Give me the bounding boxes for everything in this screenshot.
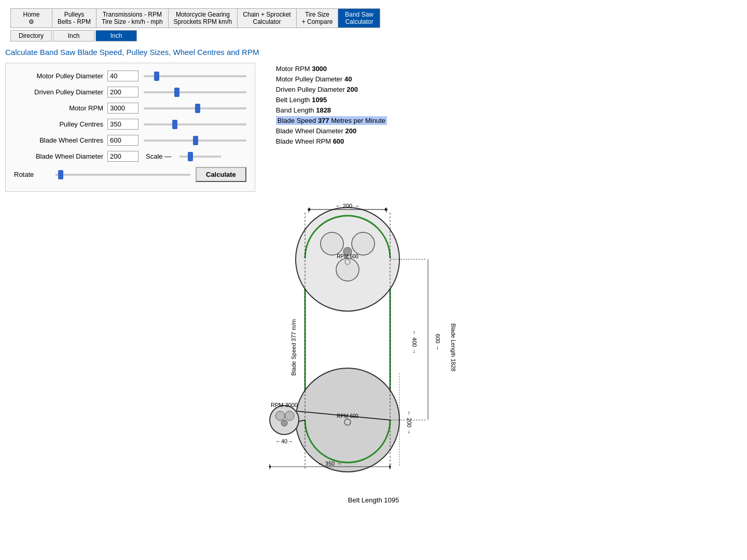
- form-panel: Motor Pulley Diameter Driven Pulley Diam…: [5, 63, 255, 192]
- nav-bandsaw-line1: Band Saw: [345, 11, 374, 18]
- result-blade-wheel-diam-label: Blade Wheel Diameter: [276, 127, 345, 135]
- nav-band-saw[interactable]: Band Saw Calculator: [338, 9, 380, 27]
- rotate-row: Rotate Calculate: [14, 167, 246, 182]
- dim-blade-centres-label: 600 →: [435, 334, 441, 351]
- nav-row2: Directory Inch Inch: [10, 30, 138, 41]
- slider-blade-wheel-centres: [144, 139, 246, 142]
- slider-scale: [179, 156, 221, 158]
- result-band-length-value: 1828: [316, 106, 331, 114]
- dim-top-width-label: ← 200 →: [336, 203, 359, 209]
- nav-inch-transmissions[interactable]: Inch: [53, 30, 94, 41]
- result-blade-speed-label: Blade Speed: [278, 117, 318, 124]
- thumb-driven-pulley[interactable]: [174, 88, 179, 97]
- nav-chain-line1: Chain + Sprocket: [243, 11, 290, 18]
- nav-pulleys-line1: Pulleys: [64, 11, 85, 18]
- result-blade-speed-value: 377: [318, 117, 329, 124]
- field-driven-pulley: Driven Pulley Diameter: [14, 87, 246, 97]
- label-blade-wheel-centres: Blade Wheel Centres: [14, 136, 107, 144]
- belt-length-footer: Belt Length 1095: [228, 496, 519, 504]
- nav-chain-line2: Calculator: [253, 18, 281, 25]
- motor-hub2: [285, 411, 294, 421]
- result-driven-pulley-label: Driven Pulley Diameter: [276, 86, 347, 93]
- thumb-scale[interactable]: [188, 152, 193, 161]
- result-motor-pulley: Motor Pulley Diameter 40: [276, 75, 411, 83]
- label-motor-rpm: Motor RPM: [14, 104, 107, 112]
- scale-label: Scale —: [146, 152, 171, 160]
- bottom-driven-wheel: [296, 368, 399, 472]
- label-blade-wheel-diameter: Blade Wheel Diameter: [14, 152, 107, 160]
- input-motor-pulley[interactable]: [107, 71, 139, 81]
- nav-transmissions-line2: Tire Size - km/h - mph: [102, 18, 163, 25]
- nav-pulleys-line2: Belts - RPM: [58, 18, 91, 25]
- result-driven-pulley: Driven Pulley Diameter 200: [276, 86, 411, 93]
- input-driven-pulley[interactable]: [107, 87, 139, 97]
- nav-transmissions-line1: Transmissions - RPM: [103, 11, 162, 18]
- result-blade-wheel-rpm-value: 600: [333, 137, 344, 145]
- thumb-blade-wheel-centres[interactable]: [193, 136, 198, 145]
- result-blade-speed-highlight: Blade Speed 377 Metres per Minute: [276, 116, 387, 125]
- result-band-length-label: Band Length: [276, 106, 316, 114]
- nav-chain-sprocket[interactable]: Chain + Sprocket Calculator: [238, 9, 296, 27]
- result-driven-pulley-value: 200: [347, 86, 358, 93]
- thumb-rotate[interactable]: [58, 170, 63, 179]
- result-belt-length-label: Belt Length: [276, 96, 312, 104]
- field-motor-rpm: Motor RPM: [14, 103, 246, 114]
- input-blade-wheel-diameter[interactable]: [107, 151, 139, 162]
- result-motor-pulley-value: 40: [344, 75, 352, 83]
- field-blade-wheel-diameter: Blade Wheel Diameter Scale —: [14, 151, 246, 162]
- nav-motorcycle-line1: Motorcycle Gearing: [176, 11, 230, 18]
- result-blade-wheel-rpm-label: Blade Wheel RPM: [276, 137, 333, 145]
- result-motor-pulley-label: Motor Pulley Diameter: [276, 75, 344, 83]
- nav-motorcycle-line2: Sprockets RPM km/h: [174, 18, 232, 25]
- slider-rotate: [56, 174, 190, 176]
- slider-pulley-centres: [144, 123, 246, 125]
- nav-directory[interactable]: Directory: [10, 30, 52, 41]
- result-belt-length: Belt Length 1095: [276, 96, 411, 104]
- input-blade-wheel-centres[interactable]: [107, 135, 139, 146]
- page-title: Calculate Band Saw Blade Speed, Pulley S…: [5, 48, 742, 57]
- result-motor-rpm: Motor RPM 3000: [276, 65, 411, 73]
- field-motor-pulley: Motor Pulley Diameter: [14, 71, 246, 81]
- nav-home-label: Home: [23, 11, 39, 18]
- thumb-motor-pulley[interactable]: [154, 72, 159, 81]
- result-blade-wheel-diam-value: 200: [345, 127, 356, 135]
- result-blade-speed: Blade Speed 377 Metres per Minute: [276, 117, 411, 124]
- calculate-button[interactable]: Calculate: [196, 167, 246, 182]
- nav-home[interactable]: Home ⚙: [11, 9, 52, 27]
- nav-pulleys[interactable]: Pulleys Belts - RPM: [52, 9, 96, 27]
- top-wheel-right-hub: [352, 232, 375, 255]
- result-belt-length-value: 1095: [312, 96, 327, 104]
- nav-inch-bandsaw[interactable]: Inch: [95, 30, 137, 41]
- nav-tire-size[interactable]: Tire Size + Compare: [297, 9, 339, 27]
- result-blade-wheel-rpm: Blade Wheel RPM 600: [276, 137, 411, 145]
- result-blade-wheel-diam: Blade Wheel Diameter 200: [276, 127, 411, 135]
- top-wheel-rpm-label: RPM 600: [337, 254, 358, 259]
- nav-transmissions[interactable]: Transmissions - RPM Tire Size - km/h - m…: [96, 9, 169, 27]
- slider-driven-pulley: [144, 91, 246, 93]
- nav-motorcycle[interactable]: Motorcycle Gearing Sprockets RPM km/h: [169, 9, 238, 27]
- nav-tire-line1: Tire Size: [305, 11, 329, 18]
- result-blade-speed-unit: Metres per Minute: [329, 117, 385, 124]
- slider-motor-rpm: [144, 107, 246, 109]
- input-motor-rpm[interactable]: [107, 103, 139, 114]
- nav-tire-line2: + Compare: [302, 18, 333, 25]
- result-band-length: Band Length 1828: [276, 106, 411, 114]
- top-wheel-left-hub: [321, 232, 343, 255]
- label-motor-pulley: Motor Pulley Diameter: [14, 72, 107, 80]
- dim-motor-diam-label: ←40→: [275, 438, 293, 444]
- top-wheel-bottom-hub: [336, 258, 359, 281]
- thumb-motor-rpm[interactable]: [195, 104, 200, 113]
- dim-bottom-wheel-size-label: ← 200 →: [406, 411, 412, 435]
- nav-bandsaw-line2: Calculator: [345, 18, 373, 25]
- home-icon: ⚙: [29, 18, 34, 25]
- motor-rpm-label: RPM 3000: [271, 402, 298, 408]
- calculator-section: Motor Pulley Diameter Driven Pulley Diam…: [5, 63, 742, 192]
- bandsaw-diagram: RPM 600 RPM 600 RPM 3000: [228, 202, 519, 493]
- field-blade-wheel-centres: Blade Wheel Centres: [14, 135, 246, 146]
- slider-motor-pulley: [144, 75, 246, 77]
- input-pulley-centres[interactable]: [107, 119, 139, 130]
- field-pulley-centres: Pulley Centres: [14, 119, 246, 130]
- thumb-pulley-centres[interactable]: [172, 120, 177, 129]
- diagram-container: RPM 600 RPM 600 RPM 3000: [0, 202, 747, 504]
- results-panel: Motor RPM 3000 Motor Pulley Diameter 40 …: [276, 63, 411, 192]
